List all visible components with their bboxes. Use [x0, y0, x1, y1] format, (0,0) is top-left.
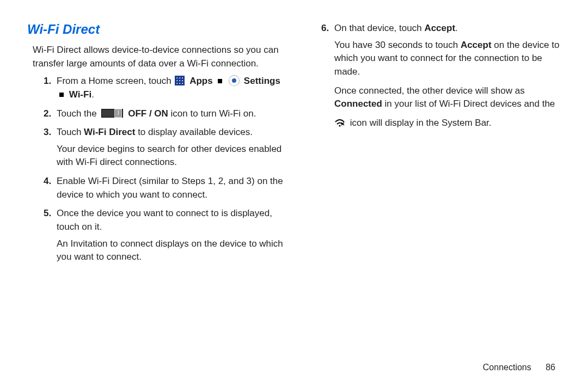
step-5: 5. Once the device you want to connect t… — [44, 207, 283, 264]
left-column: Wi-Fi Direct Wi-Fi Direct allows device-… — [27, 22, 283, 270]
step-6: 6. On that device, touch Accept. You hav… — [321, 22, 561, 79]
step-text: icon to turn Wi-Fi on. — [171, 108, 256, 119]
svg-point-0 — [339, 125, 340, 126]
result-paragraph: Once connected, the other device will sh… — [334, 84, 561, 111]
connected-label: Connected — [334, 99, 382, 109]
result-text: Once connected, the other device will sh… — [334, 85, 525, 96]
intro-text: Wi-Fi Direct allows device-to-device con… — [33, 44, 283, 70]
section-title: Wi-Fi Direct — [27, 22, 283, 37]
apps-label: Apps — [189, 76, 213, 86]
step-number: 3. — [44, 126, 57, 169]
step-number: 2. — [44, 107, 57, 121]
result-paragraph-2: icon will display in the System Bar. — [334, 117, 561, 132]
step-text: to display available devices. — [138, 127, 253, 137]
wifi-direct-label: Wi-Fi Direct — [84, 127, 135, 137]
off-on-label: OFF / ON — [128, 108, 168, 119]
arrow-icon — [218, 79, 222, 83]
wifi-direct-icon — [334, 118, 345, 132]
step-number: 6. — [321, 22, 334, 79]
right-column: 6. On that device, touch Accept. You hav… — [305, 22, 561, 270]
step-1: 1. From a Home screen, touch Apps Settin… — [44, 75, 283, 101]
toggle-off-on-icon — [101, 109, 123, 118]
wifi-label: Wi-Fi — [69, 89, 91, 100]
settings-label: Settings — [244, 76, 280, 86]
step-text: On that device, touch — [334, 23, 424, 33]
step-continuation: Your device begins to search for other d… — [57, 143, 283, 169]
arrow-icon — [59, 93, 64, 97]
step-continuation: An Invitation to connect displays on the… — [57, 237, 283, 264]
result-text: in your list of Wi-Fi Direct devices and… — [385, 99, 555, 109]
step-number: 1. — [44, 75, 57, 101]
settings-icon — [229, 75, 240, 86]
footer-section: Connections — [483, 363, 531, 372]
step-continuation: You have 30 seconds to touch — [334, 40, 461, 50]
step-text: Enable Wi-Fi Direct (similar to Steps 1,… — [57, 175, 283, 201]
period: . — [455, 23, 458, 33]
footer-page-number: 86 — [546, 363, 555, 372]
step-text: Once the device you want to connect to i… — [57, 208, 272, 232]
accept-label: Accept — [424, 23, 455, 33]
step-number: 5. — [44, 207, 57, 264]
step-text: Touch — [57, 127, 84, 137]
step-number: 4. — [44, 175, 57, 201]
page-footer: Connections 86 — [483, 363, 555, 372]
step-text: From a Home screen, touch — [57, 76, 174, 86]
step-4: 4. Enable Wi-Fi Direct (similar to Steps… — [44, 175, 283, 201]
step-text: Touch the — [57, 108, 99, 119]
result-text: icon will display in the System Bar. — [350, 118, 492, 128]
apps-icon — [175, 76, 185, 85]
step-2: 2. Touch the OFF / ON icon to turn Wi-Fi… — [44, 107, 283, 121]
accept-label: Accept — [461, 40, 492, 50]
period: . — [91, 89, 94, 100]
step-3: 3. Touch Wi-Fi Direct to display availab… — [44, 126, 283, 169]
